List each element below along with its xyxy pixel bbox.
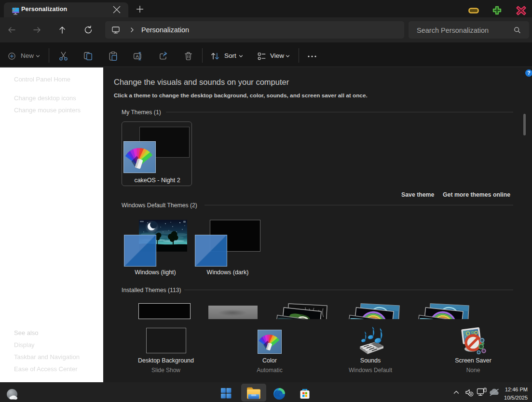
svg-text:A: A — [136, 54, 139, 59]
